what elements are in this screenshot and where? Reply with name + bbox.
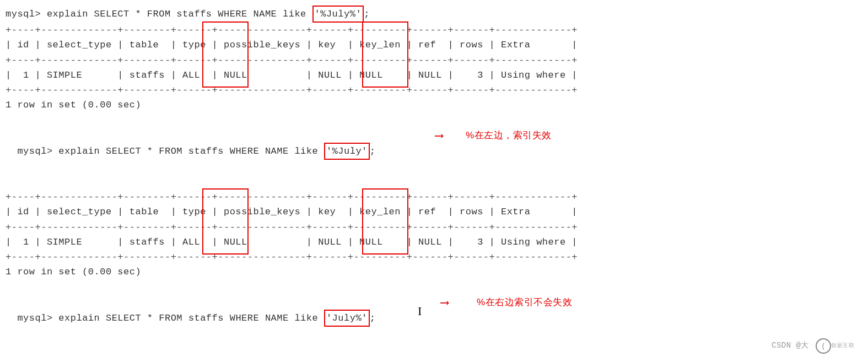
sql-suffix: ; bbox=[370, 146, 376, 156]
table-data-row: | 1 | SIMPLE | staffs | ALL | NULL | NUL… bbox=[6, 68, 862, 83]
like-value-box: '%July' bbox=[324, 143, 370, 160]
cxhl-logo-icon: ⟨ bbox=[816, 338, 831, 354]
text-cursor-icon: I bbox=[418, 301, 422, 321]
arrow-icon: ⟶ bbox=[435, 127, 443, 146]
blank bbox=[6, 279, 862, 294]
table-border: +----+-------------+--------+------+----… bbox=[6, 250, 862, 264]
table-border: +----+-------------+--------+------+----… bbox=[6, 220, 862, 235]
sql-prefix: explain SELECT * FROM staffs WHERE NAME … bbox=[41, 9, 312, 19]
sql-suffix: ; bbox=[364, 9, 370, 19]
watermark-cxhl: 创新互联 bbox=[831, 342, 854, 349]
mysql-prompt-line[interactable]: mysql> explain SELECT * FROM staffs WHER… bbox=[6, 6, 862, 23]
table-data-row: | 1 | SIMPLE | staffs | ALL | NULL | NUL… bbox=[6, 235, 862, 250]
prompt: mysql> bbox=[17, 146, 52, 156]
like-value-box: '%July%' bbox=[312, 6, 364, 23]
status-line: 1 row in set (0.00 sec) bbox=[6, 98, 862, 112]
annotation-text: %在右边索引不会失效 bbox=[477, 295, 572, 310]
mysql-prompt-line[interactable]: mysql> explain SELECT * FROM staffs WHER… bbox=[6, 128, 862, 190]
sql-prefix: explain SELECT * FROM staffs WHERE NAME … bbox=[53, 313, 324, 323]
explain-table-2: +----+-------------+--------+------+----… bbox=[6, 190, 862, 264]
prompt: mysql> bbox=[6, 9, 41, 19]
blank bbox=[6, 112, 862, 127]
prompt: mysql> bbox=[17, 313, 52, 323]
table-border: +----+-------------+--------+------+----… bbox=[6, 53, 862, 68]
explain-table-1: +----+-------------+--------+------+----… bbox=[6, 23, 862, 98]
table-header-row: | id | select_type | table | type | poss… bbox=[6, 204, 862, 219]
annotation-text: %在左边，索引失效 bbox=[466, 128, 552, 143]
sql-prefix: explain SELECT * FROM staffs WHERE NAME … bbox=[53, 146, 324, 156]
status-line: 1 row in set (0.00 sec) bbox=[6, 264, 862, 279]
mysql-prompt-line[interactable]: mysql> explain SELECT * FROM staffs WHER… bbox=[6, 295, 862, 357]
like-value-box: 'July%' bbox=[324, 310, 370, 327]
table-border: +----+-------------+--------+------+----… bbox=[6, 23, 862, 37]
table-header-row: | id | select_type | table | type | poss… bbox=[6, 37, 862, 52]
table-border: +----+-------------+--------+------+----… bbox=[6, 83, 862, 98]
sql-suffix: ; bbox=[370, 313, 376, 323]
table-border: +----+-------------+--------+------+----… bbox=[6, 190, 862, 204]
arrow-icon: ⟶ bbox=[441, 294, 449, 313]
watermark-csdn: CSDN @大 bbox=[772, 340, 809, 350]
